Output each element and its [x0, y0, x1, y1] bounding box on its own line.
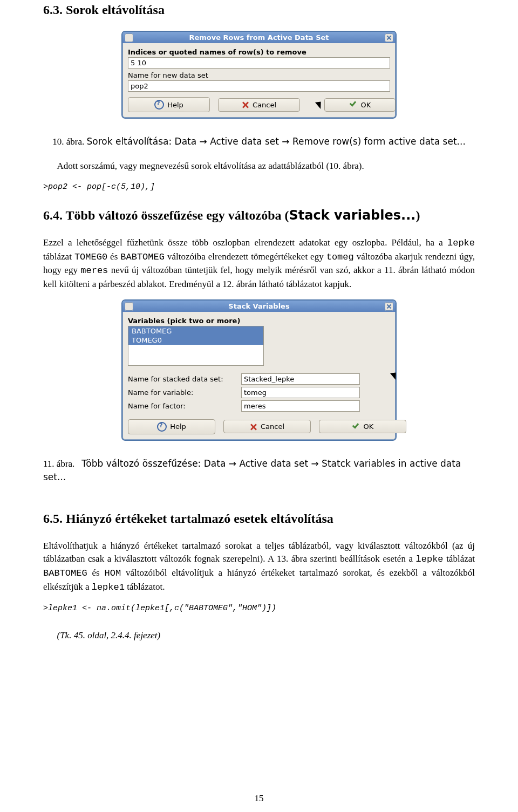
newname-label: Name for new data set	[128, 71, 390, 79]
variables-listbox[interactable]: BABTOMEG TOMEG0	[128, 326, 264, 366]
ok-button[interactable]: OK	[324, 98, 396, 112]
dialog-title: Remove Rows from Active Data Set	[189, 33, 329, 42]
help-button-label: Help	[167, 101, 183, 109]
indices-label: Indices or quoted names of row(s) to rem…	[128, 48, 390, 56]
paragraph-adott-sorszamu: Adott sorszámú, vagy megnevezésű sorok e…	[43, 160, 475, 173]
figure-11-caption: 11. ábra. Több változó összefűzése: Data…	[43, 457, 475, 485]
factor-name-label: Name for factor:	[128, 402, 241, 410]
figure-11: Stack Variables Variables (pick two or m…	[43, 299, 475, 441]
help-button[interactable]: Help	[128, 97, 210, 112]
figure-10-caption: 10. ábra. Sorok eltávolítása: Data → Act…	[43, 135, 475, 149]
ok-button-label: OK	[364, 422, 374, 431]
figure-10: Remove Rows from Active Data Set Indices…	[43, 31, 475, 119]
ok-icon	[352, 423, 360, 431]
window-menu-icon[interactable]	[125, 33, 133, 42]
variables-label: Variables (pick two or more)	[128, 317, 390, 325]
variable-name-input[interactable]	[241, 387, 360, 398]
section-6-3-heading: 6.3. Sorok eltávolítása	[43, 3, 475, 17]
code-lepke1: >lepke1 <- na.omit(lepke1[,c("BABTOMEG",…	[43, 604, 475, 613]
cancel-icon	[250, 423, 257, 431]
window-menu-icon[interactable]	[125, 302, 133, 311]
close-icon[interactable]	[385, 302, 393, 311]
ok-icon	[349, 101, 358, 108]
help-button[interactable]: Help	[128, 419, 215, 434]
code-pop2: >pop2 <- pop[-c(5,10),]	[43, 182, 475, 192]
cancel-icon	[242, 101, 249, 108]
stacked-name-label: Name for stacked data set:	[128, 375, 241, 383]
stacked-name-input[interactable]	[241, 373, 360, 385]
list-item[interactable]: BABTOMEG	[128, 326, 263, 336]
section-6-5-heading: 6.5. Hiányzó értékeket tartalmazó esetek…	[43, 511, 475, 526]
indices-input[interactable]	[128, 57, 390, 69]
newname-input[interactable]	[128, 80, 390, 92]
factor-name-input[interactable]	[241, 400, 360, 412]
ok-button[interactable]: OK	[319, 420, 406, 433]
paragraph-missing-values: Eltávolíthatjuk a hiányzó értékeket tart…	[43, 540, 475, 595]
mouse-cursor-icon	[391, 371, 399, 380]
remove-rows-dialog: Remove Rows from Active Data Set Indices…	[121, 31, 397, 119]
cancel-button[interactable]: Cancel	[223, 420, 311, 433]
help-icon	[157, 422, 167, 432]
section-6-4-heading: 6.4. Több változó összefűzése egy változ…	[43, 208, 475, 223]
dialog-titlebar: Remove Rows from Active Data Set	[122, 32, 396, 43]
cancel-button-label: Cancel	[253, 101, 276, 109]
stack-variables-dialog: Stack Variables Variables (pick two or m…	[121, 299, 397, 441]
page-number: 15	[0, 793, 518, 804]
dialog-titlebar: Stack Variables	[122, 301, 396, 312]
list-item[interactable]: TOMEG0	[128, 336, 263, 345]
paragraph-stack-variables: Ezzel a lehetőséggel fűzhetünk össze töb…	[43, 236, 475, 291]
cancel-button-label: Cancel	[261, 422, 284, 431]
variable-name-label: Name for variable:	[128, 388, 241, 397]
close-icon[interactable]	[385, 33, 393, 42]
dialog-title: Stack Variables	[228, 302, 289, 310]
help-icon	[154, 100, 164, 110]
ok-button-label: OK	[361, 101, 371, 109]
textbook-reference: (Tk. 45. oldal, 2.4.4. fejezet)	[43, 629, 475, 643]
help-button-label: Help	[170, 422, 186, 431]
cancel-button[interactable]: Cancel	[218, 98, 300, 112]
